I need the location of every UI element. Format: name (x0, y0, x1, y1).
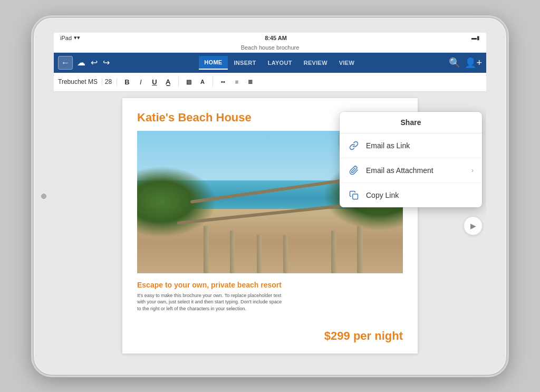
copy-link-item[interactable]: Copy Link (340, 183, 482, 207)
back-button[interactable]: ← (58, 56, 73, 70)
email-attachment-icon (348, 165, 360, 176)
underline-button[interactable]: U (149, 75, 160, 88)
bullet-list-button[interactable]: •• (217, 75, 229, 88)
status-bar: iPad ▾▾ 8:45 AM ▬▮ (54, 33, 486, 43)
fence-post-3 (257, 235, 262, 273)
status-left: iPad ▾▾ (60, 34, 80, 41)
fence-post-1 (204, 226, 209, 273)
ribbon-tabs: HOME INSERT LAYOUT REVIEW VIEW (110, 56, 449, 70)
doc-area: Katie's Beach House (54, 92, 486, 360)
battery-icon: ▬▮ (471, 35, 480, 41)
toolbar-separator-2 (213, 77, 213, 87)
copy-link-label: Copy Link (366, 191, 474, 199)
doc-subtitle: Escape to your own, private beach resort (137, 281, 403, 289)
share-dropdown: Share Email as Link (340, 112, 482, 207)
bold-button[interactable]: B (121, 75, 133, 88)
ribbon-nav: ← ☁ ↩ ↪ HOME INSERT LAYOUT REVIEW VIEW 🔍… (54, 53, 486, 73)
fence-post-4 (283, 235, 288, 273)
email-link-icon (348, 140, 360, 151)
ipad-screen: iPad ▾▾ 8:45 AM ▬▮ Beach house brochure … (54, 33, 486, 360)
svg-rect-0 (353, 194, 358, 199)
share-header: Share (340, 112, 482, 133)
status-time: 8:45 AM (265, 35, 287, 41)
device-label: iPad (60, 35, 72, 41)
undo-icon[interactable]: ↩ (91, 58, 98, 68)
email-link-label: Email as Link (366, 141, 474, 150)
copy-link-icon (348, 189, 360, 201)
italic-button[interactable]: I (135, 75, 147, 88)
ribbon-quick-icons: ☁ ↩ ↪ (77, 58, 110, 68)
tab-home[interactable]: HOME (199, 56, 227, 70)
tab-insert[interactable]: INSERT (229, 56, 262, 69)
text-color-button[interactable]: A̲ (162, 75, 174, 88)
clear-format-button[interactable]: A (197, 75, 208, 88)
doc-price: $299 per night (324, 329, 403, 343)
toolbar-separator (178, 77, 179, 87)
scroll-button[interactable]: ▶ (464, 216, 483, 235)
tab-review[interactable]: REVIEW (298, 56, 333, 69)
email-attachment-label: Email as Attachment (366, 166, 465, 175)
format-toolbar: Trebuchet MS 28 B I U A̲ ▧ A •• ≡ ≣ (54, 73, 486, 92)
search-icon[interactable]: 🔍 (449, 57, 460, 69)
attachment-chevron: › (471, 167, 474, 174)
indent-button[interactable]: ≣ (245, 75, 256, 88)
tab-view[interactable]: VIEW (334, 56, 360, 69)
ipad-frame: iPad ▾▾ 8:45 AM ▬▮ Beach house brochure … (33, 17, 507, 376)
doc-name: Beach house brochure (241, 44, 300, 51)
highlight-button[interactable]: ▧ (183, 75, 195, 88)
doc-body-text: It's easy to make this brochure your own… (137, 292, 283, 312)
add-user-icon[interactable]: 👤+ (465, 57, 482, 69)
fence-post-6 (357, 226, 363, 273)
wifi-icon: ▾▾ (74, 34, 80, 41)
ordered-list-button[interactable]: ≡ (231, 75, 243, 88)
fence-post-5 (331, 231, 336, 273)
title-bar: Beach house brochure (54, 43, 486, 53)
font-size[interactable]: 28 (104, 78, 117, 85)
ribbon-actions: 🔍 👤+ (449, 57, 482, 69)
email-as-link-item[interactable]: Email as Link (340, 133, 482, 158)
font-name[interactable]: Trebuchet MS (58, 78, 102, 85)
cloud-icon[interactable]: ☁ (77, 58, 85, 68)
tab-layout[interactable]: LAYOUT (263, 56, 297, 69)
redo-icon[interactable]: ↪ (103, 58, 110, 68)
email-as-attachment-item[interactable]: Email as Attachment › (340, 158, 482, 183)
status-right: ▬▮ (471, 35, 480, 41)
fence-post-2 (230, 231, 235, 273)
